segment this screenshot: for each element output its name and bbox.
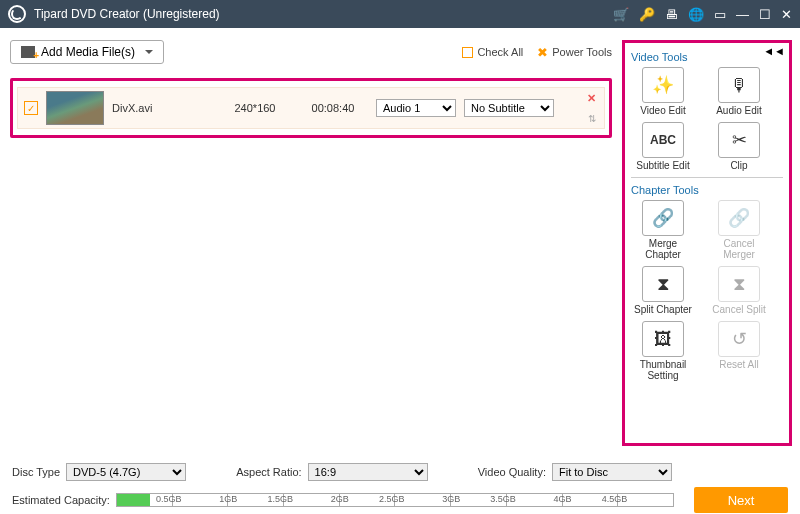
- main-toolbar: Add Media File(s) Check All ✖ Power Tool…: [10, 40, 612, 64]
- aspect-ratio-select[interactable]: 16:9: [308, 463, 428, 481]
- remove-file-icon[interactable]: ✕: [587, 92, 596, 105]
- cancel-split-button: ⧗ Cancel Split: [707, 266, 771, 315]
- add-media-button[interactable]: Add Media File(s): [10, 40, 164, 64]
- chapter-tools-title: Chapter Tools: [631, 184, 783, 196]
- unsplit-icon: ⧗: [718, 266, 760, 302]
- titlebar: Tipard DVD Creator (Unregistered) 🛒 🔑 🖶 …: [0, 0, 800, 28]
- app-logo-icon: [8, 5, 26, 23]
- titlebar-controls: 🛒 🔑 🖶 🌐 ▭ — ☐ ✕: [613, 7, 792, 22]
- file-checkbox[interactable]: ✓: [24, 101, 38, 115]
- cart-icon[interactable]: 🛒: [613, 7, 629, 22]
- disc-type-label: Disc Type: [12, 466, 60, 478]
- scissors-icon: ✂: [718, 122, 760, 158]
- reset-icon: ↺: [718, 321, 760, 357]
- capacity-ticks: 0.5GB 1GB 1.5GB 2GB 2.5GB 3GB 3.5GB 4GB …: [117, 494, 673, 506]
- aspect-ratio-label: Aspect Ratio:: [236, 466, 301, 478]
- chevron-down-icon: [145, 50, 153, 58]
- power-tools-label: Power Tools: [552, 46, 612, 58]
- capacity-bar: 0.5GB 1GB 1.5GB 2GB 2.5GB 3GB 3.5GB 4GB …: [116, 493, 674, 507]
- cancel-merger-button: 🔗 Cancel Merger: [707, 200, 771, 260]
- add-file-icon: [21, 46, 35, 58]
- preferences-icon[interactable]: ▭: [714, 7, 726, 22]
- reset-all-button: ↺ Reset All: [707, 321, 771, 381]
- check-all-label: Check All: [477, 46, 523, 58]
- printer-icon[interactable]: 🖶: [665, 7, 678, 22]
- file-dimensions: 240*160: [220, 102, 290, 114]
- file-row[interactable]: ✓ DivX.avi 240*160 00:08:40 Audio 1 No S…: [17, 87, 605, 129]
- audio-select[interactable]: Audio 1: [376, 99, 456, 117]
- link-icon: 🔗: [642, 200, 684, 236]
- key-icon[interactable]: 🔑: [639, 7, 655, 22]
- app-title: Tipard DVD Creator (Unregistered): [34, 7, 613, 21]
- close-icon[interactable]: ✕: [781, 7, 792, 22]
- language-icon[interactable]: 🌐: [688, 7, 704, 22]
- split-chapter-button[interactable]: ⧗ Split Chapter: [631, 266, 695, 315]
- abc-icon: ABC: [642, 122, 684, 158]
- merge-chapter-button[interactable]: 🔗 Merge Chapter: [631, 200, 695, 260]
- video-tools-title: Video Tools: [631, 51, 783, 63]
- thumbnail-setting-button[interactable]: 🖼 Thumbnail Setting: [631, 321, 695, 381]
- add-media-label: Add Media File(s): [41, 45, 135, 59]
- tools-icon: ✖: [537, 45, 548, 60]
- video-quality-label: Video Quality:: [478, 466, 546, 478]
- main-area: Add Media File(s) Check All ✖ Power Tool…: [0, 28, 622, 454]
- check-all-toggle[interactable]: Check All: [462, 46, 523, 58]
- subtitle-edit-button[interactable]: ABC Subtitle Edit: [631, 122, 695, 171]
- subtitle-select[interactable]: No Subtitle: [464, 99, 554, 117]
- audio-edit-button[interactable]: 🎙 Audio Edit: [707, 67, 771, 116]
- picture-icon: 🖼: [642, 321, 684, 357]
- tools-sidebar: ◄◄ Video Tools ✨ Video Edit 🎙 Audio Edit…: [622, 40, 792, 446]
- microphone-icon: 🎙: [718, 67, 760, 103]
- file-duration: 00:08:40: [298, 102, 368, 114]
- file-thumbnail[interactable]: [46, 91, 104, 125]
- minimize-icon[interactable]: —: [736, 7, 749, 22]
- next-button[interactable]: Next: [694, 487, 788, 513]
- clip-button[interactable]: ✂ Clip: [707, 122, 771, 171]
- file-name: DivX.avi: [112, 102, 212, 114]
- reorder-icon[interactable]: ⇅: [588, 113, 596, 124]
- disc-type-select[interactable]: DVD-5 (4.7G): [66, 463, 186, 481]
- collapse-icon[interactable]: ◄◄: [763, 45, 785, 57]
- power-tools-button[interactable]: ✖ Power Tools: [537, 45, 612, 60]
- wand-icon: ✨: [642, 67, 684, 103]
- capacity-label: Estimated Capacity:: [12, 494, 110, 506]
- video-edit-button[interactable]: ✨ Video Edit: [631, 67, 695, 116]
- video-quality-select[interactable]: Fit to Disc: [552, 463, 672, 481]
- checkbox-empty-icon: [462, 47, 473, 58]
- maximize-icon[interactable]: ☐: [759, 7, 771, 22]
- broken-link-icon: 🔗: [718, 200, 760, 236]
- bottom-panel: Disc Type DVD-5 (4.7G) Aspect Ratio: 16:…: [0, 454, 800, 514]
- file-list-highlight: ✓ DivX.avi 240*160 00:08:40 Audio 1 No S…: [10, 78, 612, 138]
- split-icon: ⧗: [642, 266, 684, 302]
